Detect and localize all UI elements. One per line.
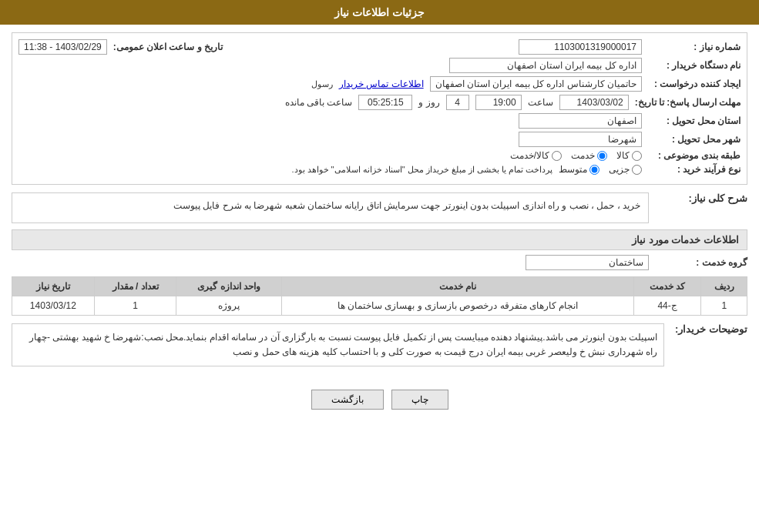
- ostan-label: استان محل تحویل :: [648, 115, 741, 126]
- shomare-niaz-value: 1103001319000017: [519, 39, 642, 55]
- noe-farayand-row: نوع فرآیند خرید : جزیی متوسط پرداخت تمام…: [18, 164, 741, 175]
- tabaqe-kala-label: کالا: [616, 150, 630, 161]
- ostan-value: اصفهان: [519, 113, 642, 129]
- sharh-koli-section: شرح کلی نیاز: خرید ، حمل ، نصب و راه اند…: [12, 192, 747, 223]
- tabaqe-radio-kala-input[interactable]: [632, 151, 642, 161]
- mohlat-roz-value: 4: [446, 95, 469, 110]
- table-header-row: ردیف کد خدمت نام خدمت واحد اندازه گیری ت…: [12, 277, 747, 296]
- info-section: شماره نیاز : 1103001319000017 تاریخ و سا…: [12, 32, 747, 185]
- noe-jozi: جزیی: [609, 164, 642, 175]
- tabaqe-label: طبقه بندی موضوعی :: [648, 150, 741, 161]
- shomare-row: شماره نیاز : 1103001319000017 تاریخ و سا…: [18, 39, 741, 55]
- mohlat-mande-value: 05:25:15: [358, 95, 412, 110]
- page-title: جزئیات اطلاعات نیاز: [334, 6, 425, 18]
- tabaqe-row: طبقه بندی موضوعی : کالا خدمت کالا/خدمت: [18, 150, 741, 161]
- ijad-row: ایجاد کننده درخواست : حاتمیان کارشناس اد…: [18, 76, 741, 92]
- bazgasht-button[interactable]: بازگشت: [311, 390, 384, 410]
- shahr-value: شهرضا: [519, 132, 642, 147]
- main-content: شماره نیاز : 1103001319000017 تاریخ و سا…: [0, 25, 759, 425]
- noe-jozi-input[interactable]: [632, 165, 642, 175]
- col-nam: نام خدمت: [282, 277, 634, 296]
- page-header: جزئیات اطلاعات نیاز: [0, 0, 759, 25]
- cell-namKhedmat: انجام کارهای متفرقه درخصوص بازسازی و بهس…: [282, 296, 634, 316]
- rasol-label: رسول: [311, 79, 333, 89]
- tabaqe-radio-khedmat: خدمت: [571, 150, 607, 161]
- mohlat-date-value: 1403/03/02: [559, 95, 629, 110]
- col-tarikh: تاریخ نیاز: [12, 277, 95, 296]
- tosih-value: اسپیلت بدون اینورتر می باشد.پیشنهاد دهند…: [12, 323, 664, 366]
- noe-farayand-note: پرداخت تمام یا بخشی از مبلغ خریداز محل "…: [291, 165, 552, 175]
- col-vahed: واحد اندازه گیری: [176, 277, 282, 296]
- rasol-value: حاتمیان کارشناس اداره کل بیمه ایران استا…: [430, 76, 642, 92]
- table-row: 1ج-44انجام کارهای متفرقه درخصوص بازسازی …: [12, 296, 747, 316]
- noe-farayand-label: نوع فرآیند خرید :: [648, 164, 741, 175]
- tabaqe-radio-kalakhedmat-input[interactable]: [552, 151, 562, 161]
- mohlat-saat-value: 19:00: [475, 95, 522, 110]
- mohlat-row: مهلت ارسال پاسخ: تا تاریخ: 1403/03/02 سا…: [18, 95, 741, 110]
- col-tedad: تعداد / مقدار: [94, 277, 176, 296]
- cell-radif: 1: [701, 296, 747, 316]
- shomare-niaz-label: شماره نیاز :: [648, 42, 741, 52]
- tabaqe-radio-kala: کالا: [616, 150, 642, 161]
- page-wrapper: جزئیات اطلاعات نیاز شماره نیاز : 1103001…: [0, 0, 759, 532]
- noe-farayand-radio-group: جزیی متوسط: [559, 164, 642, 175]
- services-table: ردیف کد خدمت نام خدمت واحد اندازه گیری ت…: [12, 276, 747, 316]
- tarikh-label: تاریخ و ساعت اعلان عمومی:: [113, 42, 223, 52]
- ijad-konande-label: ایجاد کننده درخواست :: [648, 79, 741, 89]
- tarikh-value: 1403/02/29 - 11:38: [18, 39, 107, 55]
- tabaqe-khedmat-label: خدمت: [571, 150, 595, 161]
- mohlat-roz-label: روز و: [418, 97, 439, 108]
- ettelaat-tamas-link[interactable]: اطلاعات تماس خریدار: [339, 79, 424, 89]
- goroh-value: ساختمان: [526, 255, 649, 270]
- goroh-row: گروه خدمت : ساختمان: [12, 255, 747, 270]
- col-radif: ردیف: [701, 277, 747, 296]
- cell-vahed: پروژه: [176, 296, 282, 316]
- tosih-label: توضیحات خریدار:: [670, 323, 747, 335]
- tosih-section: توضیحات خریدار: اسپیلت بدون اینورتر می ب…: [12, 323, 747, 374]
- sharh-koli-label: شرح کلی نیاز:: [655, 192, 747, 204]
- noe-motavasset-input[interactable]: [589, 165, 599, 175]
- tabaqe-radio-group: کالا خدمت کالا/خدمت: [510, 150, 642, 161]
- nam-dastgah-value: اداره کل بیمه ایران استان اصفهان: [449, 58, 642, 73]
- nam-dastgah-label: نام دستگاه خریدار :: [648, 60, 741, 71]
- mohlat-saat-label: ساعت: [528, 97, 553, 108]
- mohlat-mande-label: ساعت باقی مانده: [285, 97, 353, 108]
- cell-kodKhedmat: ج-44: [633, 296, 701, 316]
- nam-dastgah-row: نام دستگاه خریدار : اداره کل بیمه ایران …: [18, 58, 741, 73]
- buttons-row: چاپ بازگشت: [12, 382, 747, 417]
- noe-motavasset-label: متوسط: [559, 164, 587, 175]
- sharh-koli-value: خرید ، حمل ، نصب و راه اندازی اسپیلت بدو…: [12, 192, 649, 223]
- col-kod: کد خدمت: [633, 277, 701, 296]
- cell-tarikh: 1403/03/12: [12, 296, 95, 316]
- mohlat-label: مهلت ارسال پاسخ: تا تاریخ:: [635, 97, 741, 108]
- khadamat-section-title: اطلاعات خدمات مورد نیاز: [12, 229, 747, 250]
- tabaqe-radio-khedmat-input[interactable]: [597, 151, 607, 161]
- ostan-row: استان محل تحویل : اصفهان: [18, 113, 741, 129]
- chap-button[interactable]: چاپ: [391, 390, 448, 410]
- cell-tedad: 1: [94, 296, 176, 316]
- tabaqe-radio-kala-khedmat: کالا/خدمت: [510, 150, 562, 161]
- noe-jozi-label: جزیی: [609, 164, 630, 175]
- noe-motavasset: متوسط: [559, 164, 599, 175]
- shahr-row: شهر محل تحویل : شهرضا: [18, 132, 741, 147]
- goroh-label: گروه خدمت :: [655, 257, 747, 268]
- shahr-label: شهر محل تحویل :: [648, 134, 741, 145]
- tabaqe-kalakhedmat-label: کالا/خدمت: [510, 150, 549, 161]
